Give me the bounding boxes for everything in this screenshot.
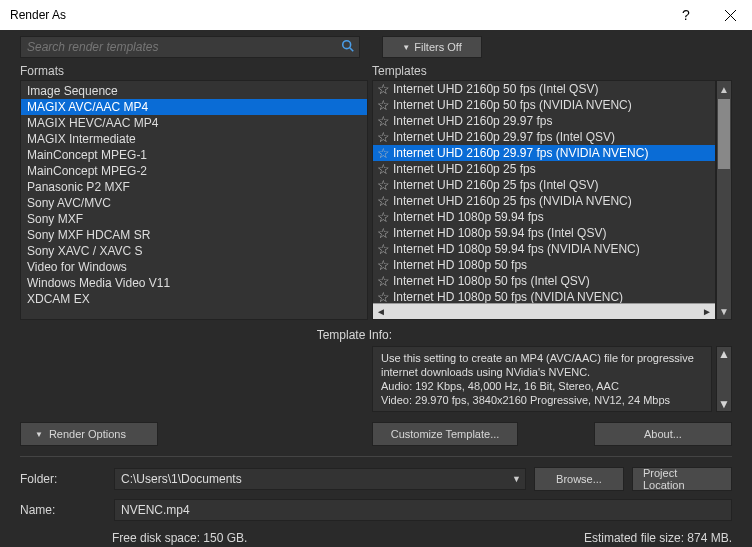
scrollbar-thumb[interactable] bbox=[718, 99, 730, 169]
template-item[interactable]: ☆Internet UHD 2160p 25 fps bbox=[373, 161, 715, 177]
favorite-star-icon[interactable]: ☆ bbox=[373, 242, 393, 256]
template-item[interactable]: ☆Internet UHD 2160p 25 fps (NVIDIA NVENC… bbox=[373, 193, 715, 209]
name-label: Name: bbox=[20, 503, 106, 517]
favorite-star-icon[interactable]: ☆ bbox=[373, 130, 393, 144]
render-options-button[interactable]: ▼ Render Options bbox=[20, 422, 158, 446]
template-label: Internet UHD 2160p 50 fps (Intel QSV) bbox=[393, 82, 598, 96]
scroll-left-icon[interactable]: ◄ bbox=[373, 304, 389, 320]
template-info-label: Template Info: bbox=[0, 320, 752, 346]
favorite-star-icon[interactable]: ☆ bbox=[373, 226, 393, 240]
template-item[interactable]: ☆Internet HD 1080p 59.94 fps bbox=[373, 209, 715, 225]
project-location-button[interactable]: Project Location bbox=[632, 467, 732, 491]
template-label: Internet UHD 2160p 29.97 fps (Intel QSV) bbox=[393, 130, 615, 144]
name-input[interactable]: NVENC.mp4 bbox=[114, 499, 732, 521]
search-icon[interactable] bbox=[337, 39, 359, 56]
horizontal-scrollbar[interactable]: ◄ ► bbox=[373, 303, 715, 319]
favorite-star-icon[interactable]: ☆ bbox=[373, 178, 393, 192]
format-item[interactable]: MAGIX Intermediate bbox=[21, 131, 367, 147]
search-box[interactable] bbox=[20, 36, 360, 58]
info-scrollbar[interactable]: ▲ ▼ bbox=[716, 346, 732, 412]
favorite-star-icon[interactable]: ☆ bbox=[373, 210, 393, 224]
template-item[interactable]: ☆Internet UHD 2160p 29.97 fps (NVIDIA NV… bbox=[373, 145, 715, 161]
template-item[interactable]: ☆Internet HD 1080p 50 fps bbox=[373, 257, 715, 273]
format-item[interactable]: MAGIX HEVC/AAC MP4 bbox=[21, 115, 367, 131]
favorite-star-icon[interactable]: ☆ bbox=[373, 290, 393, 303]
template-label: Internet HD 1080p 59.94 fps (Intel QSV) bbox=[393, 226, 606, 240]
project-location-label: Project Location bbox=[643, 467, 721, 491]
chevron-down-icon[interactable]: ▼ bbox=[512, 474, 521, 484]
favorite-star-icon[interactable]: ☆ bbox=[373, 82, 393, 96]
format-item[interactable]: Sony XAVC / XAVC S bbox=[21, 243, 367, 259]
window-title: Render As bbox=[10, 8, 664, 22]
vertical-scrollbar[interactable]: ▲ ▼ bbox=[716, 80, 732, 320]
browse-button[interactable]: Browse... bbox=[534, 467, 624, 491]
template-label: Internet UHD 2160p 25 fps bbox=[393, 162, 536, 176]
main-lists: Image SequenceMAGIX AVC/AAC MP4MAGIX HEV… bbox=[0, 80, 752, 320]
top-toolbar: ▼ Filters Off bbox=[0, 30, 752, 58]
folder-input[interactable]: C:\Users\1\Documents ▼ bbox=[114, 468, 526, 490]
favorite-star-icon[interactable]: ☆ bbox=[373, 114, 393, 128]
info-line: Use this setting to create an MP4 (AVC/A… bbox=[381, 351, 703, 379]
template-item[interactable]: ☆Internet UHD 2160p 29.97 fps (Intel QSV… bbox=[373, 129, 715, 145]
scroll-up-icon[interactable]: ▲ bbox=[717, 81, 731, 97]
template-item[interactable]: ☆Internet UHD 2160p 25 fps (Intel QSV) bbox=[373, 177, 715, 193]
customize-template-button[interactable]: Customize Template... bbox=[372, 422, 518, 446]
filters-button[interactable]: ▼ Filters Off bbox=[382, 36, 482, 58]
format-item[interactable]: Image Sequence bbox=[21, 83, 367, 99]
format-item[interactable]: MainConcept MPEG-2 bbox=[21, 163, 367, 179]
search-input[interactable] bbox=[21, 40, 337, 54]
scroll-down-icon[interactable]: ▼ bbox=[717, 303, 731, 319]
scroll-up-icon[interactable]: ▲ bbox=[718, 347, 730, 361]
info-line: Video: 29.970 fps, 3840x2160 Progressive… bbox=[381, 393, 703, 407]
template-item[interactable]: ☆Internet HD 1080p 50 fps (NVIDIA NVENC) bbox=[373, 289, 715, 303]
template-item[interactable]: ☆Internet HD 1080p 50 fps (Intel QSV) bbox=[373, 273, 715, 289]
favorite-star-icon[interactable]: ☆ bbox=[373, 194, 393, 208]
about-label: About... bbox=[644, 428, 682, 440]
filters-label: Filters Off bbox=[414, 41, 461, 53]
options-row: ▼ Render Options Customize Template... A… bbox=[0, 412, 752, 446]
about-button[interactable]: About... bbox=[594, 422, 732, 446]
template-item[interactable]: ☆Internet UHD 2160p 50 fps (Intel QSV) bbox=[373, 81, 715, 97]
template-item[interactable]: ☆Internet UHD 2160p 29.97 fps bbox=[373, 113, 715, 129]
favorite-star-icon[interactable]: ☆ bbox=[373, 98, 393, 112]
template-label: Internet UHD 2160p 50 fps (NVIDIA NVENC) bbox=[393, 98, 632, 112]
favorite-star-icon[interactable]: ☆ bbox=[373, 162, 393, 176]
scroll-down-icon[interactable]: ▼ bbox=[718, 397, 730, 411]
favorite-star-icon[interactable]: ☆ bbox=[373, 258, 393, 272]
name-row: Name: NVENC.mp4 bbox=[0, 495, 752, 525]
format-item[interactable]: Video for Windows bbox=[21, 259, 367, 275]
svg-point-2 bbox=[343, 40, 351, 48]
title-bar: Render As ? bbox=[0, 0, 752, 30]
format-item[interactable]: Panasonic P2 MXF bbox=[21, 179, 367, 195]
template-label: Internet UHD 2160p 29.97 fps (NVIDIA NVE… bbox=[393, 146, 648, 160]
format-item[interactable]: Windows Media Video V11 bbox=[21, 275, 367, 291]
svg-line-3 bbox=[350, 47, 354, 51]
close-button[interactable] bbox=[708, 0, 752, 30]
format-item[interactable]: MainConcept MPEG-1 bbox=[21, 147, 367, 163]
templates-list[interactable]: ☆Internet UHD 2160p 50 fps (Intel QSV)☆I… bbox=[372, 80, 716, 320]
chevron-down-icon: ▼ bbox=[402, 43, 410, 52]
disk-info-row: Free disk space: 150 GB. Estimated file … bbox=[0, 525, 752, 547]
customize-label: Customize Template... bbox=[391, 428, 500, 440]
free-space-text: Free disk space: 150 GB. bbox=[112, 531, 584, 545]
format-item[interactable]: MAGIX AVC/AAC MP4 bbox=[21, 99, 367, 115]
folder-label: Folder: bbox=[20, 472, 106, 486]
scroll-right-icon[interactable]: ► bbox=[699, 304, 715, 320]
formats-list[interactable]: Image SequenceMAGIX AVC/AAC MP4MAGIX HEV… bbox=[20, 80, 368, 320]
favorite-star-icon[interactable]: ☆ bbox=[373, 146, 393, 160]
section-labels: Formats Templates bbox=[0, 58, 752, 80]
templates-label: Templates bbox=[372, 64, 732, 78]
template-item[interactable]: ☆Internet UHD 2160p 50 fps (NVIDIA NVENC… bbox=[373, 97, 715, 113]
format-item[interactable]: Sony MXF bbox=[21, 211, 367, 227]
chevron-down-icon: ▼ bbox=[35, 430, 43, 439]
favorite-star-icon[interactable]: ☆ bbox=[373, 274, 393, 288]
format-item[interactable]: Sony AVC/MVC bbox=[21, 195, 367, 211]
template-item[interactable]: ☆Internet HD 1080p 59.94 fps (Intel QSV) bbox=[373, 225, 715, 241]
render-as-dialog: Render As ? ▼ Filters Off Formats Templa… bbox=[0, 0, 752, 547]
help-button[interactable]: ? bbox=[664, 0, 708, 30]
format-item[interactable]: Sony MXF HDCAM SR bbox=[21, 227, 367, 243]
template-item[interactable]: ☆Internet HD 1080p 59.94 fps (NVIDIA NVE… bbox=[373, 241, 715, 257]
name-value: NVENC.mp4 bbox=[121, 503, 190, 517]
format-item[interactable]: XDCAM EX bbox=[21, 291, 367, 307]
info-line: Audio: 192 Kbps, 48,000 Hz, 16 Bit, Ster… bbox=[381, 379, 703, 393]
